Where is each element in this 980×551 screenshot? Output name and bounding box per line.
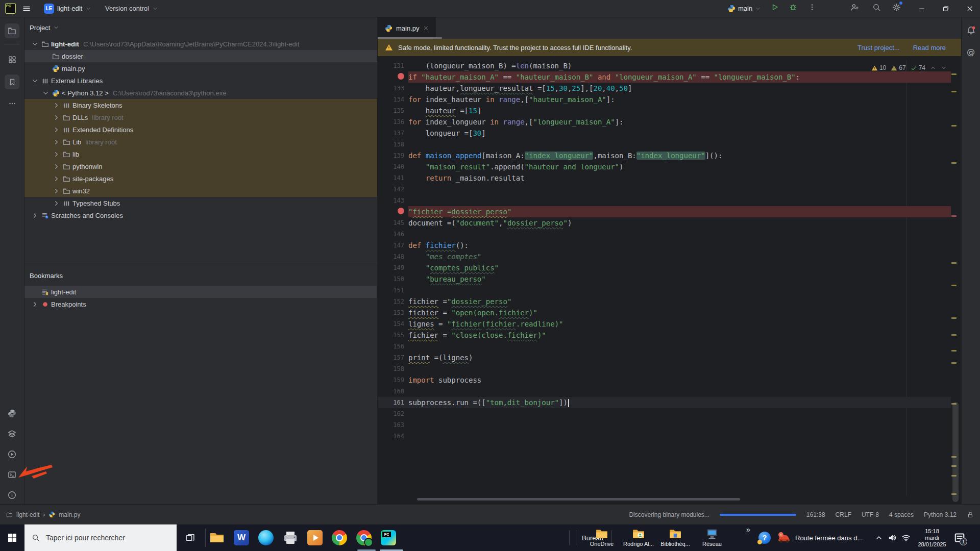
editor[interactable]: main.py Safe mode, limited functionality… — [378, 17, 961, 504]
chevron-right-icon[interactable] — [51, 101, 61, 109]
code-text[interactable]: print =(lignes) — [408, 352, 951, 363]
line-number[interactable] — [378, 208, 408, 216]
stripe-mark[interactable] — [951, 73, 957, 75]
code-text[interactable]: hauteur,longueur_resultat =[15,30,25],[2… — [408, 83, 951, 94]
horizontal-scrollbar[interactable] — [417, 498, 740, 500]
code-text[interactable]: for index_hauteur in range,["hauteur_mai… — [408, 94, 951, 105]
caret-position[interactable]: 161:38 — [806, 511, 825, 518]
line-number[interactable]: 142 — [378, 186, 408, 193]
code-text[interactable]: "mes_comptes" — [408, 251, 951, 262]
code-text[interactable]: def maison_append[maison_A:"index_longue… — [408, 150, 951, 161]
code-text[interactable]: "fichier =dossier_perso" — [408, 206, 951, 217]
line-ending[interactable]: CRLF — [836, 511, 851, 518]
line-number[interactable]: 147 — [378, 242, 408, 249]
volume-icon[interactable] — [888, 533, 897, 542]
desktop-shortcut[interactable]: Réseau — [697, 525, 727, 547]
line-number[interactable]: 146 — [378, 231, 408, 238]
chevron-right-icon[interactable] — [51, 113, 61, 121]
stripe-mark[interactable] — [951, 362, 957, 364]
inspections-widget[interactable]: 10 67 74 — [871, 64, 947, 71]
printer-app-button[interactable] — [283, 530, 298, 545]
code-text[interactable]: hauteur =[15] — [408, 105, 951, 116]
bookmarks-panel-header[interactable]: Bookmarks — [24, 265, 377, 286]
code-line-162[interactable]: 162 — [378, 408, 951, 419]
run-button[interactable] — [768, 0, 782, 14]
stripe-mark[interactable] — [951, 91, 957, 92]
line-number[interactable]: 137 — [378, 130, 408, 137]
python-packages-tool-button[interactable] — [5, 406, 19, 421]
project-tree-item[interactable]: Extended Definitions — [24, 123, 377, 136]
notifications-button[interactable] — [965, 24, 976, 36]
code-line-131[interactable]: 131 (longueur_maison_B) =len(maison_B) — [378, 60, 951, 71]
code-text[interactable]: fichier ="dossier_perso" — [408, 296, 951, 307]
pycharm-taskbar-button[interactable]: PC — [381, 530, 396, 545]
line-number[interactable]: 136 — [378, 118, 408, 126]
project-tree-item[interactable]: Scratches and Consoles — [24, 209, 377, 221]
code-line-164[interactable]: 164 — [378, 431, 951, 442]
stripe-mark[interactable] — [951, 125, 957, 127]
code-line-140[interactable]: 140 "maison_result".append("hauteur and … — [378, 161, 951, 172]
line-number[interactable]: 131 — [378, 62, 408, 69]
trust-project-link[interactable]: Trust project... — [857, 44, 900, 52]
code-text[interactable]: longueur =[30] — [408, 128, 951, 139]
code-line-141[interactable]: 141 return _maison.resultat — [378, 172, 951, 184]
main-menu-button[interactable] — [22, 0, 31, 17]
line-number[interactable]: 154 — [378, 320, 408, 328]
code-text[interactable]: import subprocess — [408, 374, 951, 386]
code-text[interactable]: if "hauteur_maison_A" == "hauteur_maison… — [408, 71, 951, 83]
code-text[interactable]: (longueur_maison_B) =len(maison_B) — [408, 60, 951, 71]
breadcrumb-project[interactable]: light-edit — [16, 511, 39, 518]
project-tree-item[interactable]: dossier — [24, 50, 377, 62]
code-line-143[interactable]: 143 — [378, 195, 951, 206]
line-number[interactable]: 158 — [378, 365, 408, 372]
run-config-widget[interactable]: main — [727, 0, 761, 17]
line-number[interactable]: 162 — [378, 410, 408, 417]
problems-tool-button[interactable] — [5, 488, 19, 503]
line-number[interactable]: 152 — [378, 298, 408, 305]
read-more-link[interactable]: Read more — [913, 44, 946, 52]
project-tree-item[interactable]: DLLslibrary root — [24, 111, 377, 123]
breadcrumb-file[interactable]: main.py — [59, 511, 80, 518]
line-number[interactable]: 143 — [378, 197, 408, 204]
debug-button[interactable] — [786, 0, 800, 14]
task-view-button[interactable] — [180, 524, 200, 551]
minimize-button[interactable] — [913, 0, 930, 17]
line-number[interactable]: 134 — [378, 96, 408, 103]
chevron-right-icon[interactable] — [30, 211, 40, 219]
chevron-right-icon[interactable] — [51, 187, 61, 195]
indent-setting[interactable]: 4 spaces — [889, 511, 914, 518]
code-line-139[interactable]: 139def maison_append[maison_A:"index_lon… — [378, 150, 951, 161]
ai-assistant-button[interactable]: @ — [965, 46, 976, 57]
code-line-146[interactable]: 146 — [378, 229, 951, 240]
project-tree-item[interactable]: Binary Skeletons — [24, 99, 377, 111]
code-text[interactable]: return _maison.resultat — [408, 172, 951, 184]
stripe-mark[interactable] — [951, 285, 957, 286]
code-line-134[interactable]: 134for index_hauteur in range,["hauteur_… — [378, 94, 951, 105]
line-number[interactable]: 157 — [378, 354, 408, 361]
project-tree-item[interactable]: pythonwin — [24, 160, 377, 172]
project-tree-item[interactable]: light-editC:\Users\rod73\AppData\Roaming… — [24, 38, 377, 50]
run-tool-button[interactable] — [5, 447, 19, 462]
action-center-button[interactable]: 1 — [953, 532, 966, 544]
project-panel-header[interactable]: Project — [24, 17, 377, 38]
code-line-147[interactable]: 147def fichier(): — [378, 240, 951, 251]
line-number[interactable]: 159 — [378, 377, 408, 384]
project-tree-item[interactable]: main.py — [24, 62, 377, 74]
project-tree-item[interactable]: External Libraries — [24, 74, 377, 87]
prev-problem-icon[interactable] — [930, 65, 936, 71]
stripe-mark[interactable] — [951, 162, 957, 164]
line-number[interactable]: 164 — [378, 433, 408, 440]
bookmarks-tool-button[interactable] — [5, 74, 19, 89]
project-tool-button[interactable] — [5, 23, 19, 38]
breadcrumb[interactable]: light-edit › main.py — [6, 511, 80, 518]
line-number[interactable]: 145 — [378, 219, 408, 227]
project-tree-item[interactable]: lib — [24, 148, 377, 160]
code-line-160[interactable]: 160 — [378, 386, 951, 397]
code-text[interactable]: document =("document","dossier_perso") — [408, 217, 951, 229]
code-line-157[interactable]: 157print =(lignes) — [378, 352, 951, 363]
code-text[interactable]: fichier = "close(close.fichier)" — [408, 330, 951, 341]
bookmark-item[interactable]: Breakpoints — [24, 298, 377, 310]
chevron-right-icon[interactable] — [51, 126, 61, 134]
line-number[interactable]: 135 — [378, 107, 408, 114]
code-line-145[interactable]: 145document =("document","dossier_perso"… — [378, 217, 951, 229]
